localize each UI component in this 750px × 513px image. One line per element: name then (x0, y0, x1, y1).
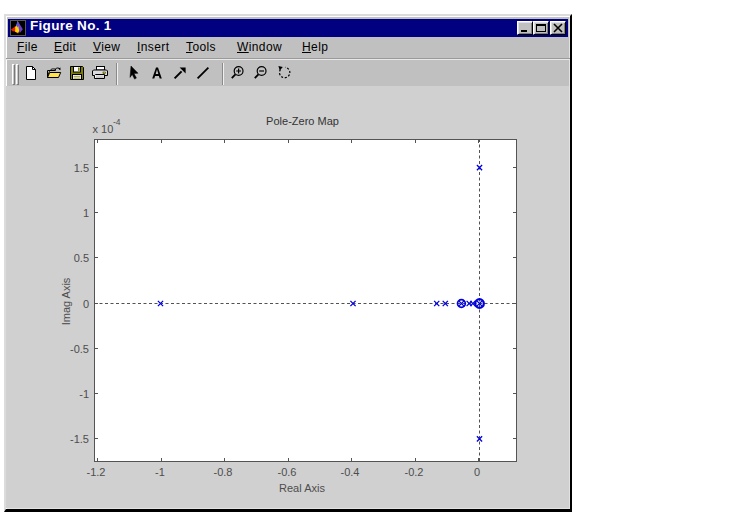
svg-text:-1.5: -1.5 (70, 433, 89, 445)
svg-text:1.5: 1.5 (74, 162, 89, 174)
svg-text:-0.4: -0.4 (341, 466, 360, 478)
svg-text:0.5: 0.5 (74, 252, 89, 264)
svg-text:-1: -1 (155, 466, 165, 478)
svg-text:Pole-Zero Map: Pole-Zero Map (266, 115, 339, 127)
svg-text:-1: -1 (79, 388, 89, 400)
svg-text:Imag Axis: Imag Axis (60, 277, 72, 325)
svg-text:Real Axis: Real Axis (279, 482, 325, 494)
svg-text:-0.8: -0.8 (214, 466, 233, 478)
svg-text:-0.2: -0.2 (405, 466, 424, 478)
svg-text:0: 0 (474, 466, 480, 478)
svg-text:0: 0 (83, 298, 89, 310)
svg-text:-0.5: -0.5 (70, 343, 89, 355)
svg-text:-0.6: -0.6 (278, 466, 297, 478)
svg-text:1: 1 (83, 207, 89, 219)
svg-text:x 10: x 10 (93, 123, 114, 135)
svg-text:-4: -4 (113, 117, 121, 127)
svg-text:-1.2: -1.2 (87, 466, 106, 478)
